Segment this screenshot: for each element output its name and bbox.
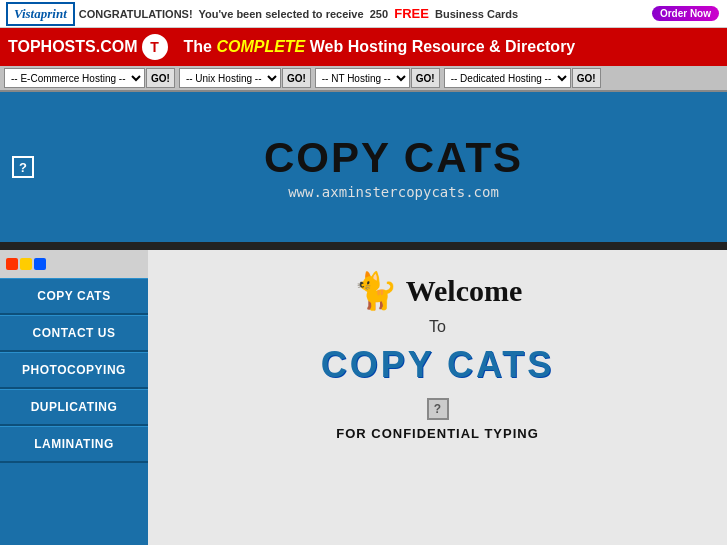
order-now-button[interactable]: Order Now [652,6,719,21]
hero-section: ? COPY CATS www.axminstercopycats.com [0,92,727,242]
ecommerce-hosting-group: -- E-Commerce Hosting -- GO! [4,68,175,88]
welcome-text: Welcome [406,274,523,308]
tagline-suffix: Web Hosting Resource & Directory [305,38,575,55]
cat-icon: 🐈 [353,270,398,312]
tagline-prefix: The [184,38,217,55]
brand-area: COPY CATS www.axminstercopycats.com [264,134,523,200]
congrats-detail: You've been selected to receive [199,8,364,20]
sidebar-item-duplicating[interactable]: DUPLICATING [0,389,148,426]
tagline-highlight: COMPLETE [216,38,305,55]
dot-red [6,258,18,270]
congrats-label: CONGRATULATIONS! [79,8,193,20]
tophosts-tagline: The COMPLETE Web Hosting Resource & Dire… [184,38,576,56]
main-area: COPY CATS CONTACT US PHOTOCOPYING DUPLIC… [0,250,727,545]
dot-yellow [20,258,32,270]
unix-hosting-select[interactable]: -- Unix Hosting -- [179,68,281,88]
dedicated-hosting-group: -- Dedicated Hosting -- GO! [444,68,601,88]
nt-hosting-select[interactable]: -- NT Hosting -- [315,68,410,88]
hero-brand-name: COPY CATS [264,134,523,182]
content-area: 🐈 Welcome To COPY CATS ? FOR CONFIDENTIA… [148,250,727,545]
sidebar-top [0,250,148,278]
dedicated-hosting-go[interactable]: GO! [572,68,601,88]
hero-brand-url: www.axminstercopycats.com [264,184,523,200]
free-count: 250 [370,8,388,20]
unix-hosting-go[interactable]: GO! [282,68,311,88]
tophosts-name: TOPHOSTS.COM [8,38,138,56]
congrats-text: CONGRATULATIONS! You've been selected to… [79,6,518,21]
vistaprint-logo: Vistaprint [6,2,75,26]
copy-cats-logo: COPY CATS [321,344,555,386]
divider [0,242,727,250]
free-label: FREE [394,6,429,21]
unix-hosting-group: -- Unix Hosting -- GO! [179,68,311,88]
tophosts-bar: TOPHOSTS.COM T The COMPLETE Web Hosting … [0,28,727,66]
sidebar: COPY CATS CONTACT US PHOTOCOPYING DUPLIC… [0,250,148,545]
confidential-text: FOR CONFIDENTIAL TYPING [336,426,539,441]
dedicated-hosting-select[interactable]: -- Dedicated Hosting -- [444,68,571,88]
nt-hosting-go[interactable]: GO! [411,68,440,88]
ecommerce-hosting-go[interactable]: GO! [146,68,175,88]
sidebar-item-laminating[interactable]: LAMINATING [0,426,148,463]
welcome-row: 🐈 Welcome [353,270,523,312]
hero-question-box: ? [12,156,34,178]
nt-hosting-group: -- NT Hosting -- GO! [315,68,440,88]
ad-banner: Vistaprint CONGRATULATIONS! You've been … [0,0,727,28]
color-dots [6,258,46,270]
sidebar-item-copy-cats[interactable]: COPY CATS [0,278,148,315]
content-question-box: ? [427,398,449,420]
dot-blue [34,258,46,270]
to-text: To [429,318,446,336]
product-label: Business Cards [435,8,518,20]
tophosts-icon: T [142,34,168,60]
nav-toolbar: -- E-Commerce Hosting -- GO! -- Unix Hos… [0,66,727,92]
sidebar-item-photocopying[interactable]: PHOTOCOPYING [0,352,148,389]
ecommerce-hosting-select[interactable]: -- E-Commerce Hosting -- [4,68,145,88]
sidebar-item-contact-us[interactable]: CONTACT US [0,315,148,352]
